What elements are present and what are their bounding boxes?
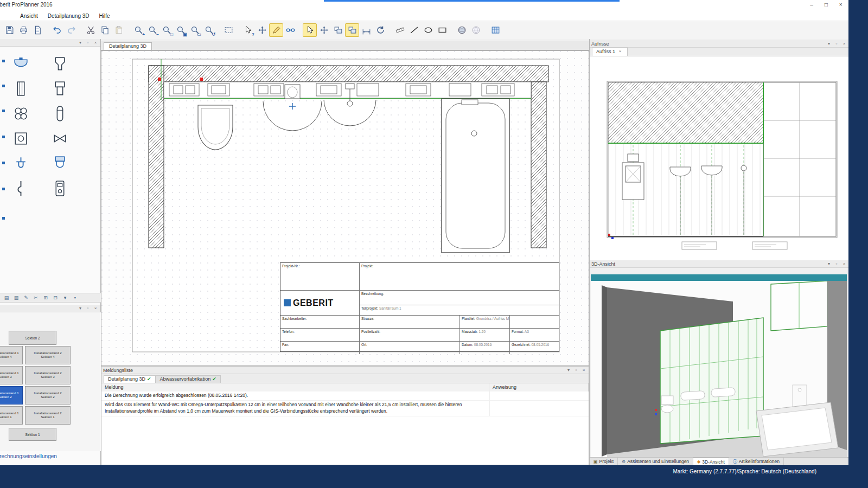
pin-icon[interactable]: ▫: [85, 40, 91, 46]
tab-assistenten[interactable]: ⚙ Assistenten und Einstellungen: [618, 458, 693, 465]
boiler-icon[interactable]: [47, 101, 86, 126]
remove-tool-button[interactable]: ⊟: [50, 294, 60, 301]
pin-icon[interactable]: ▫: [573, 367, 579, 374]
wall-align-button[interactable]: [345, 23, 359, 37]
pan-button[interactable]: [255, 23, 269, 37]
section-box-top[interactable]: Sektion 2: [9, 331, 56, 345]
tab-artikelinformationen[interactable]: ⓘ Artikelinformationen: [729, 458, 784, 465]
cut-button[interactable]: [84, 23, 98, 37]
wc-element-icon[interactable]: [47, 151, 86, 176]
layer-tool-button[interactable]: ▤: [2, 294, 11, 301]
selection-frame-button[interactable]: [221, 23, 235, 37]
valve-icon[interactable]: [47, 126, 86, 151]
list-tool-button[interactable]: ▥: [11, 294, 21, 301]
close-icon[interactable]: ×: [92, 40, 99, 46]
ellipse-tool-button[interactable]: [421, 23, 435, 37]
report-button[interactable]: [30, 23, 44, 37]
radiator-icon[interactable]: [8, 76, 47, 101]
pin-icon[interactable]: ▫: [833, 261, 840, 267]
menu-detailplanung-3d[interactable]: Detailplanung 3D: [43, 12, 94, 20]
menu-hilfe[interactable]: Hilfe: [94, 12, 115, 20]
expand-tool-button[interactable]: ▾: [60, 294, 70, 301]
zoom-window-button[interactable]: □: [159, 23, 174, 37]
collapse-icon[interactable]: ▾: [826, 261, 832, 267]
pin-icon[interactable]: ▫: [833, 41, 840, 47]
redo-button[interactable]: [64, 23, 78, 37]
pin-icon[interactable]: ▫: [85, 305, 91, 312]
globe-view-button[interactable]: [469, 23, 483, 37]
line-tool-button[interactable]: [407, 23, 421, 37]
ruler-button[interactable]: [393, 23, 407, 37]
msg-tab-abwasser[interactable]: Abwasservorfabrikation ✔: [156, 375, 221, 383]
collapse-icon[interactable]: ▾: [77, 305, 84, 312]
section-cell[interactable]: Installationswand 2 Sektion 3: [25, 366, 71, 384]
dimension-button[interactable]: [359, 23, 373, 37]
tab-aufriss-1[interactable]: Aufriss 1 ×: [592, 47, 628, 56]
zoom-sheet-button[interactable]: ▭: [188, 23, 202, 37]
save-button[interactable]: [2, 23, 16, 37]
rectangle-tool-button[interactable]: [435, 23, 449, 37]
close-icon[interactable]: ×: [617, 48, 623, 55]
cistern-icon[interactable]: [47, 76, 86, 101]
drawing-canvas[interactable]: Projekt-Nr.: Projekt: GEBERIT Beschreibu…: [101, 50, 589, 366]
washbasin-icon[interactable]: [8, 51, 47, 76]
minimize-button[interactable]: –: [805, 1, 818, 9]
module-icon[interactable]: [47, 176, 86, 201]
print-button[interactable]: [16, 23, 30, 37]
shower-tray-icon[interactable]: [8, 126, 47, 151]
document-tabstrip: Detailplanung 3D: [101, 41, 589, 50]
edit-tool-button[interactable]: ✎: [21, 294, 31, 301]
add-tool-button[interactable]: ⊞: [41, 294, 50, 301]
paste-button[interactable]: [112, 23, 126, 37]
copy-button[interactable]: [98, 23, 112, 37]
select-button[interactable]: [303, 23, 317, 37]
close-button[interactable]: ×: [834, 1, 847, 9]
close-icon[interactable]: ×: [580, 367, 587, 374]
menu-ansicht[interactable]: Ansicht: [15, 12, 43, 20]
collapse-icon[interactable]: ▾: [77, 40, 84, 46]
section-cell[interactable]: Installationswand 1 Sektion 2: [0, 386, 23, 404]
cut-tool-button[interactable]: ✂: [31, 294, 41, 301]
article-table-button[interactable]: [488, 23, 502, 37]
collapse-icon[interactable]: ▾: [565, 367, 572, 374]
section-cell[interactable]: Installationswand 1 Sektion 4: [0, 346, 23, 364]
tab-3d-ansicht[interactable]: ◆ 3D-Ansicht: [693, 458, 729, 465]
message-row[interactable]: Die Berechnung wurde erfolgreich abgesch…: [101, 391, 589, 401]
zoom-previous-button[interactable]: ↺: [202, 23, 216, 37]
elevation-view[interactable]: [590, 56, 849, 260]
tab-detailplanung-3d[interactable]: Detailplanung 3D: [104, 42, 152, 50]
berechnungseinstellungen-link[interactable]: Berechnungseinstellungen: [0, 453, 57, 459]
window-arrange-button[interactable]: [331, 23, 345, 37]
options-tool-button[interactable]: ▪: [70, 294, 80, 301]
connect-button[interactable]: [283, 23, 297, 37]
section-cell[interactable]: Installationswand 1 Sektion 1: [0, 406, 23, 425]
tab-projekt[interactable]: ▣ Projekt: [590, 458, 618, 465]
section-cell[interactable]: Installationswand 2 Sektion 1: [25, 406, 71, 425]
trap-icon[interactable]: [8, 176, 47, 201]
rotate-button[interactable]: [373, 23, 387, 37]
undo-button[interactable]: [50, 23, 64, 37]
zoom-all-button[interactable]: ▣: [174, 23, 188, 37]
zoom-out-button[interactable]: −: [145, 23, 159, 37]
highlight-button[interactable]: [269, 23, 283, 37]
tap-icon[interactable]: [8, 151, 47, 176]
close-icon[interactable]: ×: [841, 41, 847, 47]
message-row[interactable]: Wird das GIS Element für Wand-WC mit Ome…: [101, 401, 589, 416]
msg-tab-detailplanung[interactable]: Detailplanung 3D ✔: [104, 375, 156, 383]
close-icon[interactable]: ×: [841, 261, 847, 267]
section-cell[interactable]: Installationswand 1 Sektion 3: [0, 366, 23, 384]
info-select-button[interactable]: ?: [241, 23, 255, 37]
section-cell[interactable]: Installationswand 2 Sektion 2: [25, 386, 71, 404]
view3d-viewport[interactable]: [591, 281, 847, 457]
status-bar: Markt: Germany (2.7.7.77)/Sprache: Deuts…: [0, 465, 868, 488]
maximize-button[interactable]: □: [820, 1, 833, 9]
section-box-bottom[interactable]: Sektion 1: [9, 428, 56, 441]
urinal-icon[interactable]: [47, 51, 86, 76]
collapse-icon[interactable]: ▾: [826, 41, 832, 47]
move-element-button[interactable]: [317, 23, 331, 37]
fan-coil-icon[interactable]: [8, 101, 47, 126]
close-icon[interactable]: ×: [92, 305, 99, 312]
section-cell[interactable]: Installationswand 2 Sektion 4: [25, 346, 71, 364]
zoom-in-button[interactable]: +: [131, 23, 145, 37]
sphere-view-button[interactable]: [455, 23, 469, 37]
